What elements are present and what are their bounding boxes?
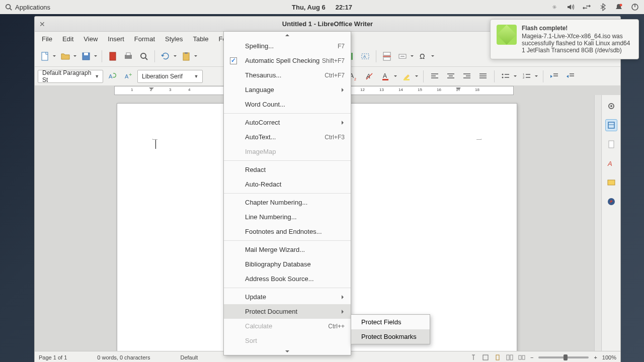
zoom-slider[interactable] — [538, 356, 589, 358]
print-button[interactable] — [121, 49, 135, 63]
align-justify-button[interactable] — [476, 69, 490, 83]
paragraph-style-combo[interactable]: Default Paragraph St▼ — [38, 70, 103, 83]
highlight-button[interactable] — [400, 69, 414, 83]
menu-item[interactable]: AutoCorrect — [224, 115, 351, 130]
update-style-button[interactable]: A — [105, 69, 119, 83]
paste-button[interactable] — [179, 49, 193, 63]
status-page[interactable]: Page 1 of 1 — [39, 354, 67, 360]
panel-clock[interactable]: Thu, Aug 6 22:17 — [292, 4, 352, 11]
open-button[interactable] — [58, 49, 72, 63]
network-icon[interactable] — [583, 3, 591, 11]
menu-item[interactable]: Line Numbering... — [224, 210, 351, 224]
notifications-icon[interactable] — [615, 3, 623, 11]
insert-mode-icon[interactable] — [470, 354, 477, 361]
menu-item[interactable]: Address Book Source... — [224, 272, 351, 286]
menu-item[interactable]: Word Count... — [224, 97, 351, 112]
new-style-button[interactable]: A+ — [121, 69, 135, 83]
align-center-button[interactable] — [444, 69, 458, 83]
clear-format-button[interactable]: A — [363, 69, 377, 83]
menu-item[interactable]: Mail Merge Wizard... — [224, 242, 351, 257]
zoom-value[interactable]: 100% — [602, 354, 616, 360]
increase-indent-button[interactable] — [547, 69, 561, 83]
zoom-in-button[interactable]: + — [594, 354, 597, 360]
menu-item[interactable]: Chapter Numbering... — [224, 195, 351, 210]
submenu-item[interactable]: Protect Bookmarks — [351, 329, 430, 344]
save-button[interactable] — [79, 49, 93, 63]
special-char-button[interactable]: Ω — [416, 49, 430, 63]
undo-button[interactable] — [158, 49, 173, 63]
menu-separator — [224, 240, 351, 241]
svg-text:A: A — [607, 160, 612, 167]
export-pdf-button[interactable] — [106, 49, 120, 63]
decrease-indent-button[interactable] — [564, 69, 578, 83]
svg-rect-80 — [507, 355, 509, 360]
vertical-scrollbar[interactable] — [594, 95, 601, 351]
search-icon — [5, 4, 12, 11]
sidebar-settings-icon[interactable] — [605, 100, 617, 112]
menu-view[interactable]: View — [78, 33, 103, 45]
align-right-button[interactable] — [460, 69, 474, 83]
bluetooth-icon[interactable] — [599, 3, 607, 11]
view-single-icon[interactable] — [494, 354, 501, 361]
sidebar-page-icon[interactable] — [605, 138, 617, 150]
menu-styles[interactable]: Styles — [160, 33, 188, 45]
close-button[interactable]: ✕ — [37, 19, 48, 30]
zoom-out-button[interactable]: − — [530, 354, 533, 360]
field-button[interactable] — [395, 49, 410, 63]
menu-item[interactable]: Auto-Redact — [224, 177, 351, 192]
font-color-button[interactable]: A — [379, 69, 393, 83]
volume-icon[interactable] — [567, 3, 575, 11]
svg-text:A: A — [109, 73, 113, 79]
menu-item[interactable]: AutoText...Ctrl+F3 — [224, 130, 351, 144]
applications-menu[interactable]: Applications — [5, 4, 50, 11]
menu-item[interactable]: Bibliography Database — [224, 257, 351, 272]
menu-label: Calculate — [245, 322, 272, 330]
print-preview-button[interactable] — [137, 49, 151, 63]
system-top-panel: Applications Thu, Aug 6 22:17 — [0, 0, 644, 14]
menu-insert[interactable]: Insert — [103, 33, 129, 45]
menu-item[interactable]: Redact — [224, 162, 351, 177]
menu-item[interactable]: Language — [224, 82, 351, 97]
submenu-item[interactable]: Protect Fields — [351, 315, 430, 329]
view-book-icon[interactable] — [518, 354, 525, 361]
view-multi-icon[interactable] — [506, 354, 513, 361]
svg-rect-17 — [183, 53, 189, 60]
svg-line-1 — [10, 9, 12, 11]
menu-edit[interactable]: Edit — [57, 33, 78, 45]
menu-item[interactable]: Update — [224, 290, 351, 304]
menu-table[interactable]: Table — [188, 33, 213, 45]
sidebar-navigator-icon[interactable] — [605, 196, 617, 208]
font-name-combo[interactable]: Liberation Serif▼ — [137, 70, 203, 83]
menu-item[interactable]: Footnotes and Endnotes... — [224, 224, 351, 239]
menu-item[interactable]: Automatic Spell CheckingShift+F7 — [224, 53, 351, 68]
numbered-list-button[interactable]: 12 — [520, 69, 534, 83]
applications-label: Applications — [15, 4, 50, 11]
menu-format[interactable]: Format — [129, 33, 160, 45]
svg-rect-43 — [404, 79, 410, 80]
align-left-button[interactable] — [428, 69, 442, 83]
menu-scroll-up[interactable] — [224, 32, 351, 39]
menu-item[interactable]: Spelling...F7 — [224, 39, 351, 53]
status-style[interactable]: Default — [180, 354, 198, 360]
status-wordcount[interactable]: 0 words, 0 characters — [97, 354, 150, 360]
bullet-list-button[interactable] — [499, 69, 513, 83]
svg-rect-42 — [382, 79, 388, 80]
menu-scroll-down[interactable] — [224, 348, 351, 355]
sidebar-properties-icon[interactable] — [605, 119, 617, 131]
menu-item[interactable]: Protect Document — [224, 304, 351, 319]
svg-rect-78 — [483, 355, 488, 360]
new-doc-button[interactable] — [38, 49, 52, 63]
menu-item[interactable]: Thesaurus...Ctrl+F7 — [224, 68, 351, 82]
notification-toast[interactable]: Flash complete! Mageia-7.1-Live-Xfce-x86… — [490, 19, 639, 59]
svg-rect-70 — [608, 122, 614, 128]
selection-mode-icon[interactable] — [482, 354, 489, 361]
page-break-button[interactable] — [380, 49, 394, 63]
menu-separator — [224, 193, 351, 194]
menu-label: Chapter Numbering... — [245, 199, 307, 206]
menu-file[interactable]: File — [37, 33, 57, 45]
insert-textbox-button[interactable]: A — [358, 49, 372, 63]
brightness-icon[interactable] — [550, 3, 558, 11]
sidebar-styles-icon[interactable]: A — [605, 157, 617, 169]
power-icon[interactable] — [631, 3, 639, 11]
sidebar-gallery-icon[interactable] — [605, 176, 617, 189]
